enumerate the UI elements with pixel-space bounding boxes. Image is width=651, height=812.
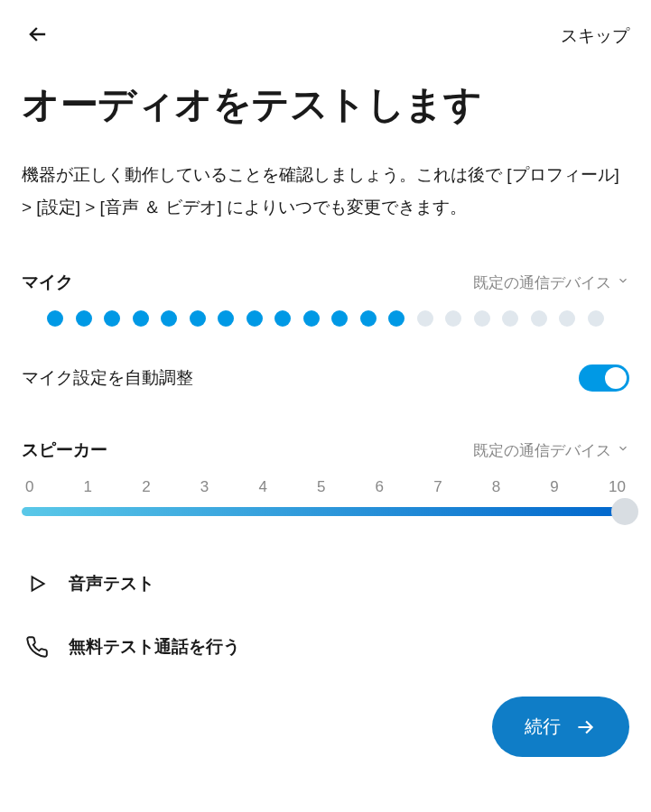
speaker-volume-slider[interactable] [22, 507, 629, 516]
toggle-knob [605, 367, 627, 389]
speaker-device-label: 既定の通信デバイス [473, 440, 611, 461]
mic-level-dot [246, 310, 263, 327]
speaker-device-select[interactable]: 既定の通信デバイス [473, 440, 629, 461]
volume-tick: 4 [258, 478, 266, 496]
mic-level-meter [22, 310, 629, 327]
volume-tick: 0 [25, 478, 33, 496]
volume-tick: 9 [550, 478, 558, 496]
play-icon [25, 572, 49, 595]
arrow-left-icon [25, 22, 51, 47]
slider-thumb[interactable] [611, 498, 638, 525]
mic-level-dot [388, 310, 405, 327]
mic-level-dot [104, 310, 120, 327]
mic-level-dot [133, 310, 149, 327]
mic-level-dot [331, 310, 348, 327]
free-test-call-label: 無料テスト通話を行う [69, 635, 240, 659]
free-test-call-button[interactable]: 無料テスト通話を行う [22, 623, 629, 671]
continue-button[interactable]: 続行 [492, 697, 629, 757]
continue-label: 続行 [525, 715, 561, 739]
mic-device-select[interactable]: 既定の通信デバイス [473, 272, 629, 293]
volume-tick: 2 [142, 478, 150, 496]
mic-level-dot [47, 310, 63, 327]
mic-level-dot [417, 310, 433, 327]
back-button[interactable] [22, 18, 54, 54]
mic-level-dot [218, 310, 234, 327]
chevron-down-icon [617, 441, 629, 459]
skip-button[interactable]: スキップ [561, 24, 629, 48]
mic-level-dot [588, 310, 604, 327]
mic-level-dot [531, 310, 547, 327]
volume-tick: 10 [609, 478, 626, 496]
mic-level-dot [559, 310, 575, 327]
page-title: オーディオをテストします [22, 79, 629, 130]
mic-level-dot [502, 310, 518, 327]
phone-icon [25, 635, 49, 659]
chevron-down-icon [617, 273, 629, 291]
volume-tick: 6 [376, 478, 384, 496]
mic-section-label: マイク [22, 271, 73, 294]
mic-level-dot [161, 310, 177, 327]
mic-level-dot [303, 310, 320, 327]
volume-tick: 5 [317, 478, 325, 496]
mic-auto-adjust-toggle[interactable] [579, 364, 629, 392]
volume-tick: 7 [433, 478, 442, 496]
mic-auto-adjust-label: マイク設定を自動調整 [22, 366, 193, 390]
description-text: 機器が正しく動作していることを確認しましょう。これは後で [プロフィール] > … [22, 159, 629, 224]
mic-level-dot [274, 310, 291, 327]
mic-level-dot [445, 310, 461, 327]
volume-tick: 8 [492, 478, 500, 496]
mic-device-label: 既定の通信デバイス [473, 272, 611, 293]
mic-level-dot [474, 310, 490, 327]
volume-tick: 1 [84, 478, 92, 496]
sound-test-button[interactable]: 音声テスト [22, 559, 629, 608]
speaker-section-label: スピーカー [22, 438, 107, 462]
sound-test-label: 音声テスト [69, 572, 154, 595]
arrow-right-icon [573, 715, 597, 739]
speaker-volume-ticks: 012345678910 [22, 478, 629, 496]
mic-level-dot [76, 310, 92, 327]
mic-level-dot [190, 310, 206, 327]
volume-tick: 3 [200, 478, 209, 496]
mic-level-dot [360, 310, 377, 327]
